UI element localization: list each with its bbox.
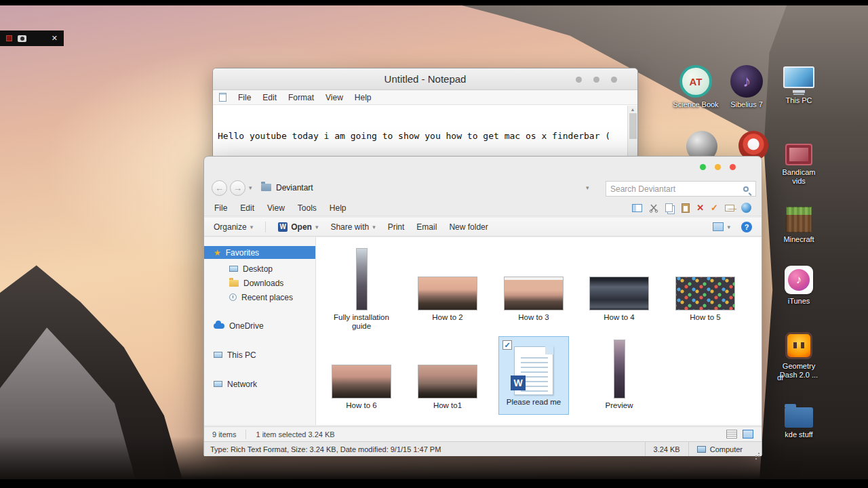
cut-scissors-icon[interactable] (649, 203, 658, 213)
menu-tools[interactable]: Tools (298, 203, 317, 213)
word-icon: W (278, 222, 288, 232)
menu-help[interactable]: Help (355, 93, 372, 102)
menu-view[interactable]: View (326, 93, 343, 102)
sidebar-item-desktop[interactable]: Desktop (204, 262, 315, 275)
chevron-down-icon: ▾ (250, 224, 254, 230)
menu-file[interactable]: File (214, 203, 227, 213)
file-icon-box (326, 248, 397, 310)
menu-file[interactable]: File (238, 93, 251, 102)
address-dropdown-chevron-icon[interactable]: ▾ (586, 184, 589, 191)
navigation-bar: ← → ▾ Deviantart ▾ (204, 178, 762, 199)
desktop-icon-itunes[interactable]: ♪ iTunes (775, 266, 823, 306)
recent-pages-chevron-icon[interactable]: ▾ (249, 184, 252, 191)
share-with-button[interactable]: Share with ▾ (330, 222, 375, 232)
layout-panel-icon[interactable] (632, 204, 642, 212)
menu-format[interactable]: Format (288, 93, 314, 102)
image-thumbnail (418, 365, 477, 399)
desktop-icon-label: Bandicam vids (775, 168, 823, 186)
camera-icon[interactable] (18, 35, 26, 42)
print-button[interactable]: Print (388, 222, 405, 232)
file-how-to-3[interactable]: How to 3 (498, 248, 569, 322)
help-button[interactable]: ? (741, 222, 752, 232)
sidebar: ★ Favorites Desktop Downloads Recent pla… (204, 237, 316, 425)
notepad-text-area[interactable]: Hello youtube today i am going to show y… (213, 105, 637, 161)
record-icon[interactable] (6, 35, 12, 41)
forward-arrow-icon: → (233, 183, 242, 193)
file-fully-installation-guide[interactable]: Fully installation guide (326, 248, 397, 331)
breadcrumb[interactable]: Deviantart (276, 183, 313, 192)
window-button-green[interactable] (700, 164, 706, 170)
copy-icon[interactable] (665, 203, 673, 212)
file-how-to-6[interactable]: How to 6 (326, 336, 397, 410)
sidebar-item-downloads[interactable]: Downloads (204, 277, 315, 289)
file-how-to1[interactable]: How to1 (412, 336, 483, 410)
desktop-icon-bandicam-vids[interactable]: Bandicam vids (775, 144, 823, 186)
search-input[interactable] (606, 184, 743, 194)
chevron-down-icon: ▾ (727, 224, 730, 230)
sidebar-item-onedrive[interactable]: OneDrive (204, 319, 315, 332)
window-button-yellow[interactable] (715, 164, 721, 170)
itunes-icon: ♪ (785, 266, 813, 294)
desktop-icon-this-pc[interactable]: This PC (775, 66, 823, 105)
paste-icon[interactable] (682, 203, 690, 213)
change-view-button[interactable]: ▾ (713, 222, 730, 231)
screen-recorder-bar: ✕ (0, 30, 64, 46)
file-how-to-5[interactable]: How to 5 (670, 248, 741, 322)
sidebar-item-label: This PC (227, 350, 256, 360)
close-icon[interactable]: ✕ (52, 35, 58, 42)
command-bar-right: ▾ ? (713, 222, 752, 232)
checkmark-icon[interactable]: ✓ (711, 203, 718, 212)
new-folder-button[interactable]: New folder (449, 222, 488, 232)
this-pc-icon (214, 352, 222, 358)
file-preview[interactable]: Preview (584, 336, 654, 410)
thumbnail-view-icon[interactable] (743, 430, 753, 439)
mail-icon[interactable] (725, 205, 734, 211)
scroll-up-arrow-icon[interactable]: ▲ (631, 107, 635, 112)
onedrive-cloud-icon (214, 323, 224, 329)
forward-button[interactable]: → (230, 180, 245, 196)
tall-screenshot-thumbnail (356, 248, 368, 310)
delete-icon[interactable]: ✕ (696, 203, 704, 212)
sidebar-item-network[interactable]: Network (204, 378, 315, 390)
sidebar-item-label: Recent places (241, 293, 293, 302)
close-button[interactable] (611, 77, 617, 83)
menu-edit[interactable]: Edit (262, 93, 277, 102)
desktop-icon-sibelius[interactable]: ♪ Sibelius 7 (723, 65, 770, 109)
window-button-red[interactable] (730, 164, 736, 170)
notepad-title-bar[interactable]: Untitled - Notepad (213, 68, 637, 90)
views-icon (713, 222, 724, 231)
file-how-to-2[interactable]: How to 2 (412, 248, 483, 322)
explorer-menu-bar: File Edit View Tools Help ✕ ✓ (204, 200, 762, 216)
menu-view[interactable]: View (267, 203, 285, 213)
resize-grip[interactable] (751, 442, 762, 456)
detail-bar: Type: Rich Text Format, Size: 3.24 KB, D… (204, 441, 762, 456)
sidebar-item-recent-places[interactable]: Recent places (204, 291, 315, 304)
partial-icon-label: df (777, 373, 783, 382)
maximize-button[interactable] (593, 77, 599, 83)
file-please-read-me-selected[interactable]: ✓ W Please read me (498, 336, 569, 415)
back-button[interactable]: ← (212, 180, 227, 196)
desktop-icon-minecraft[interactable]: Minecraft (775, 207, 823, 244)
file-label: Preview (606, 401, 633, 410)
network-globe-icon[interactable] (741, 203, 751, 213)
desktop-icon-kde-stuff[interactable]: kde stuff (775, 401, 823, 439)
file-label: How to 3 (518, 313, 549, 322)
desktop-icon-science-book[interactable]: AT Science Book (672, 65, 719, 109)
notepad-scrollbar[interactable]: ▲ (627, 106, 637, 162)
sidebar-item-favorites[interactable]: ★ Favorites (204, 246, 315, 259)
file-how-to-4[interactable]: How to 4 (584, 248, 654, 322)
star-icon: ★ (214, 249, 221, 257)
desktop-icon-geometry-dash[interactable]: Geometry Dash 2.0 ... (775, 332, 823, 380)
email-button[interactable]: Email (416, 222, 437, 232)
list-view-icon[interactable] (726, 430, 737, 439)
menu-help[interactable]: Help (330, 203, 347, 213)
document-icon (219, 93, 226, 102)
menu-edit[interactable]: Edit (240, 203, 254, 213)
sidebar-item-this-pc[interactable]: This PC (204, 348, 315, 361)
open-button[interactable]: W Open ▾ (278, 222, 318, 232)
selection-checkbox[interactable]: ✓ (502, 340, 512, 350)
new-folder-label: New folder (449, 222, 488, 232)
organize-button[interactable]: Organize ▾ (214, 222, 253, 232)
scrollbar-thumb[interactable] (629, 113, 637, 139)
minimize-button[interactable] (576, 77, 582, 83)
